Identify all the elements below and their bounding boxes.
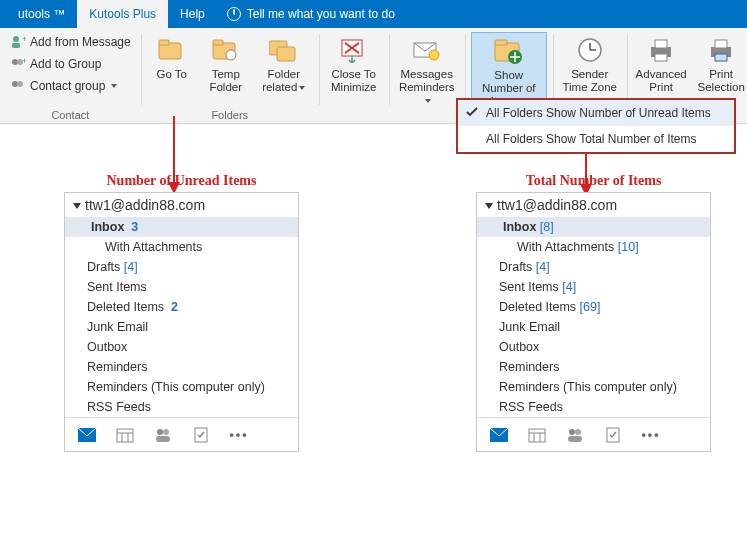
- dropdown-item-unread[interactable]: All Folders Show Number of Unread Items: [458, 100, 734, 126]
- folder-drafts[interactable]: Drafts [4]: [477, 257, 710, 277]
- panel-title-unread: Number of Unread Items: [65, 173, 298, 189]
- printer-icon: [645, 34, 677, 66]
- folder-reminders-local[interactable]: Reminders (This computer only): [65, 377, 298, 397]
- nav-calendar-icon[interactable]: [115, 425, 135, 445]
- folder-label: Drafts: [499, 260, 532, 274]
- folder-inbox[interactable]: Inbox 3: [65, 217, 298, 237]
- folder-outbox[interactable]: Outbox: [65, 337, 298, 357]
- tab-help[interactable]: Help: [168, 0, 217, 28]
- folder-with-attachments[interactable]: With Attachments [10]: [477, 237, 710, 257]
- tell-me-label: Tell me what you want to do: [247, 7, 395, 21]
- tab-kutools-plus[interactable]: Kutools Plus: [77, 0, 168, 28]
- folder-related-button[interactable]: Folder related: [255, 32, 313, 94]
- show-number-dropdown: All Folders Show Number of Unread Items …: [456, 98, 736, 154]
- svg-point-41: [157, 429, 163, 435]
- svg-point-50: [569, 429, 575, 435]
- go-to-label: Go To: [156, 68, 186, 94]
- folder-label: Sent Items: [87, 280, 147, 294]
- temp-folder-label: Temp Folder: [203, 68, 249, 94]
- group-add-icon: +: [10, 56, 26, 72]
- svg-point-0: [13, 36, 19, 42]
- nav-more-icon[interactable]: •••: [641, 425, 661, 445]
- nav-mail-icon[interactable]: [489, 425, 509, 445]
- svg-point-19: [429, 50, 439, 60]
- folder-goto-icon: [156, 34, 188, 66]
- temp-folder-button[interactable]: Temp Folder: [201, 32, 251, 94]
- go-to-button[interactable]: Go To: [147, 32, 197, 94]
- nav-calendar-icon[interactable]: [527, 425, 547, 445]
- account-header[interactable]: ttw1@addin88.com: [477, 193, 710, 217]
- close-to-minimize-button[interactable]: Close To Minimize: [325, 32, 383, 94]
- folder-inbox[interactable]: Inbox [8]: [477, 217, 710, 237]
- nav-people-icon[interactable]: [153, 425, 173, 445]
- nav-more-icon[interactable]: •••: [229, 425, 249, 445]
- folder-reminders[interactable]: Reminders: [477, 357, 710, 377]
- svg-rect-46: [529, 429, 545, 442]
- folder-outbox[interactable]: Outbox: [477, 337, 710, 357]
- folder-sent-items[interactable]: Sent Items [4]: [477, 277, 710, 297]
- folder-junk-email[interactable]: Junk Email: [65, 317, 298, 337]
- svg-rect-43: [156, 436, 170, 442]
- panel-title-total: Total Number of Items: [477, 173, 710, 189]
- folder-drafts[interactable]: Drafts [4]: [65, 257, 298, 277]
- svg-rect-52: [568, 436, 582, 442]
- chevron-down-icon: [111, 84, 117, 88]
- folder-reminders[interactable]: Reminders: [65, 357, 298, 377]
- folder-count: [4]: [124, 260, 138, 274]
- folder-label: Reminders (This computer only): [87, 380, 265, 394]
- folder-temp-icon: [210, 34, 242, 66]
- sender-time-zone-label: Sender Time Zone: [561, 68, 619, 94]
- folder-pane-unread: Number of Unread Items ttw1@addin88.com …: [64, 192, 299, 452]
- folder-label: Drafts: [87, 260, 120, 274]
- tell-me-search[interactable]: Tell me what you want to do: [217, 7, 405, 21]
- folder-with-attachments[interactable]: With Attachments: [65, 237, 298, 257]
- account-label: ttw1@addin88.com: [85, 197, 205, 213]
- nav-bar: •••: [65, 417, 298, 451]
- close-to-minimize-label: Close To Minimize: [327, 68, 381, 94]
- group-label-folders: Folders: [147, 107, 313, 121]
- advanced-print-label: Advanced Print: [635, 68, 688, 94]
- folder-deleted-items[interactable]: Deleted Items [69]: [477, 297, 710, 317]
- svg-text:+: +: [22, 56, 26, 66]
- svg-rect-37: [117, 429, 133, 442]
- contact-group-button[interactable]: Contact group: [6, 76, 135, 96]
- add-to-group-button[interactable]: + Add to Group: [6, 54, 135, 74]
- tab-utools[interactable]: utools ™: [6, 0, 77, 28]
- folder-deleted-items[interactable]: Deleted Items 2: [65, 297, 298, 317]
- folder-reminders-local[interactable]: Reminders (This computer only): [477, 377, 710, 397]
- expand-icon: [485, 203, 493, 209]
- add-from-message-button[interactable]: + Add from Message: [6, 32, 135, 52]
- nav-tasks-icon[interactable]: [603, 425, 623, 445]
- folder-label: RSS Feeds: [87, 400, 151, 414]
- nav-mail-icon[interactable]: [77, 425, 97, 445]
- folder-label: Outbox: [499, 340, 539, 354]
- advanced-print-button[interactable]: Advanced Print: [633, 32, 690, 94]
- contact-add-icon: +: [10, 34, 26, 50]
- nav-people-icon[interactable]: [565, 425, 585, 445]
- svg-rect-21: [495, 40, 507, 45]
- account-header[interactable]: ttw1@addin88.com: [65, 193, 298, 217]
- svg-rect-14: [277, 47, 295, 61]
- svg-rect-28: [655, 54, 667, 61]
- folder-rss-feeds[interactable]: RSS Feeds: [477, 397, 710, 417]
- dropdown-item-total[interactable]: All Folders Show Total Number of Items: [458, 126, 734, 152]
- folder-count: 3: [131, 220, 138, 234]
- sender-time-zone-button[interactable]: Sender Time Zone: [559, 32, 621, 94]
- folder-related-label: Folder related: [262, 68, 300, 93]
- print-selection-button[interactable]: Print Selection: [694, 32, 747, 94]
- ribbon-tabstrip: utools ™ Kutools Plus Help Tell me what …: [0, 0, 747, 28]
- folder-sent-items[interactable]: Sent Items: [65, 277, 298, 297]
- messages-reminders-button[interactable]: Messages Reminders: [395, 32, 459, 107]
- folder-junk-email[interactable]: Junk Email: [477, 317, 710, 337]
- printer-selection-icon: [705, 34, 737, 66]
- folder-count: [69]: [580, 300, 601, 314]
- svg-text:+: +: [22, 34, 26, 44]
- folder-rss-feeds[interactable]: RSS Feeds: [65, 397, 298, 417]
- svg-rect-31: [715, 54, 727, 61]
- folder-label: Reminders: [87, 360, 147, 374]
- svg-rect-27: [655, 40, 667, 48]
- folder-label: Junk Email: [87, 320, 148, 334]
- folder-count: [8]: [540, 220, 554, 234]
- nav-tasks-icon[interactable]: [191, 425, 211, 445]
- group-label-contact: Contact: [6, 107, 135, 121]
